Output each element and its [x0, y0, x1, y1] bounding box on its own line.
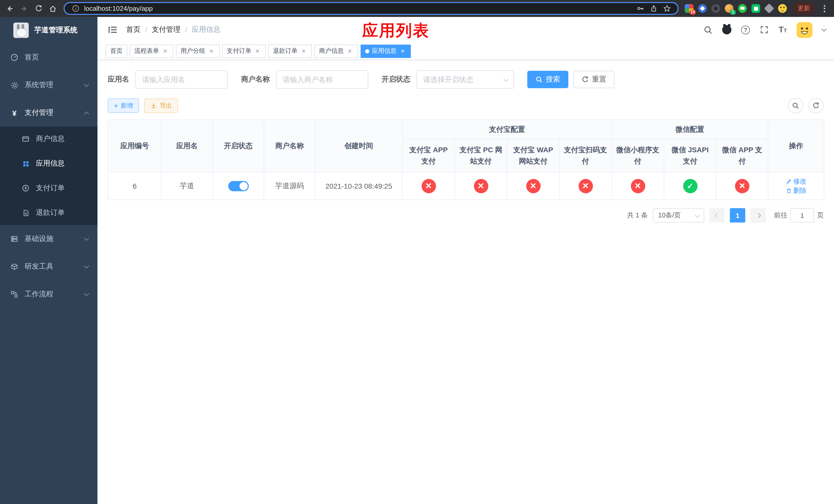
sidebar-item-workflow[interactable]: 工作流程: [0, 280, 97, 308]
extension-gem-icon[interactable]: [698, 4, 707, 13]
sidebar-collapse-icon[interactable]: [108, 25, 118, 35]
prev-page-button[interactable]: [709, 208, 725, 223]
extension-chat-icon[interactable]: [751, 4, 760, 13]
card-icon: [22, 135, 30, 143]
sidebar-item-label: 系统管理: [25, 81, 53, 90]
refresh-table-button[interactable]: [808, 98, 824, 113]
page-size-select[interactable]: 10条/页: [653, 208, 704, 223]
app-name-input[interactable]: [135, 70, 228, 89]
sidebar-item-dev-tools[interactable]: 研发工具: [0, 253, 97, 280]
toggle-search-button[interactable]: [788, 98, 803, 113]
active-tab-dot: [365, 49, 369, 53]
sidebar-item-payment[interactable]: 支付管理: [0, 99, 97, 127]
extension-avatar-icon[interactable]: 1: [725, 4, 733, 13]
chevron-down-icon: [84, 235, 89, 241]
search-icon[interactable]: [703, 25, 712, 35]
sidebar-item-home[interactable]: 首页: [0, 44, 97, 71]
github-icon[interactable]: [722, 25, 731, 35]
site-info-icon[interactable]: [71, 4, 80, 13]
tab-close-icon[interactable]: [161, 47, 169, 54]
tab-user-group[interactable]: 用户分组: [176, 44, 220, 58]
user-avatar[interactable]: [796, 22, 812, 38]
table-row: 6 芋道 芋道源码 2021-10-23 08:49:25: [108, 172, 824, 200]
tab-close-icon[interactable]: [300, 47, 307, 54]
browser-update-button[interactable]: 更新: [792, 2, 815, 15]
extensions-puzzle-icon[interactable]: [764, 3, 774, 13]
breadcrumb-current: 应用信息: [192, 25, 221, 35]
browser-profile-avatar[interactable]: [778, 4, 787, 13]
col-create-time: 创建时间: [315, 120, 402, 172]
yen-icon: [10, 109, 19, 117]
delete-button[interactable]: 删除: [786, 186, 807, 195]
help-icon[interactable]: [741, 25, 750, 34]
extension-grid-icon[interactable]: 10: [685, 4, 694, 13]
sidebar-item-system[interactable]: 系统管理: [0, 71, 97, 99]
tab-process-form[interactable]: 流程表单: [130, 44, 173, 58]
extension-badge-count: 1: [730, 10, 736, 15]
tab-close-icon[interactable]: [254, 47, 261, 54]
export-button[interactable]: 导出: [144, 98, 178, 113]
fullscreen-icon[interactable]: [760, 25, 769, 35]
sidebar-item-pay-order[interactable]: 支付订单: [0, 176, 97, 201]
browser-menu-icon[interactable]: [820, 3, 829, 14]
tab-pay-order[interactable]: 支付订单: [222, 44, 266, 58]
next-page-button[interactable]: [750, 208, 766, 223]
app-logo: [13, 23, 29, 38]
goto-page-input[interactable]: [790, 208, 814, 223]
tab-refund-order[interactable]: 退款订单: [268, 44, 312, 58]
search-button[interactable]: 搜索: [527, 71, 568, 88]
page-number-1[interactable]: 1: [730, 208, 745, 223]
grid-icon: [22, 159, 30, 168]
page-size-value: 10条/页: [658, 211, 681, 220]
cell-wx-lite: [612, 172, 664, 200]
screen: localhost:1024/pay/app 10 1: [0, 0, 834, 504]
extension-wechat-icon[interactable]: [738, 4, 747, 13]
status-icon-alipay-qr: [578, 179, 593, 193]
pagination-total: 共 1 条: [627, 211, 648, 220]
tab-label: 应用信息: [372, 47, 396, 55]
tab-merchant-info[interactable]: 商户信息: [314, 44, 358, 58]
status-select-input[interactable]: [416, 70, 514, 89]
edit-button[interactable]: 修改: [786, 177, 807, 186]
breadcrumb-payment[interactable]: 支付管理: [152, 25, 180, 35]
tab-home[interactable]: 首页: [106, 44, 127, 58]
status-switch[interactable]: [228, 181, 248, 191]
search-button-label: 搜索: [546, 75, 560, 84]
tab-close-icon[interactable]: [208, 47, 215, 54]
address-bar[interactable]: localhost:1024/pay/app: [64, 2, 679, 15]
key-icon[interactable]: [636, 4, 645, 13]
sidebar-item-app-info[interactable]: 应用信息: [0, 151, 97, 176]
sidebar-item-refund-order[interactable]: 退款订单: [0, 201, 97, 225]
cell-app-name: 芋道: [161, 172, 213, 200]
tab-app-info[interactable]: 应用信息: [360, 44, 411, 58]
font-size-icon[interactable]: [778, 26, 787, 34]
home-icon[interactable]: [46, 2, 60, 15]
filter-label: 开启状态: [381, 75, 410, 84]
status-icon-alipay-pc: [474, 179, 488, 193]
goto-label: 前往: [774, 211, 787, 220]
sidebar-item-merchant-info[interactable]: 商户信息: [0, 127, 97, 151]
caret-down-icon[interactable]: [821, 26, 827, 31]
tab-close-icon[interactable]: [346, 47, 353, 54]
extension-dark-icon[interactable]: [711, 4, 720, 13]
status-select[interactable]: [416, 70, 514, 89]
reset-button[interactable]: 重置: [573, 71, 614, 88]
status-icon-wx-app: [735, 179, 749, 193]
forward-icon[interactable]: [18, 2, 31, 15]
sidebar-item-label: 退款订单: [36, 208, 65, 217]
bookmark-star-icon[interactable]: [662, 4, 672, 13]
server-icon: [10, 235, 19, 243]
add-button[interactable]: 新增: [108, 98, 139, 113]
sidebar-item-infra[interactable]: 基础设施: [0, 225, 97, 253]
chevron-down-icon: [84, 82, 89, 87]
app-logo-row[interactable]: 芋道管理系统: [0, 17, 97, 44]
cell-merchant: 芋道源码: [264, 172, 315, 200]
gear-icon: [10, 81, 19, 89]
merchant-name-input[interactable]: [276, 70, 368, 89]
back-icon[interactable]: [3, 2, 16, 15]
tab-close-icon[interactable]: [399, 47, 406, 54]
breadcrumb-home[interactable]: 首页: [126, 25, 140, 35]
refresh-icon[interactable]: [32, 2, 45, 15]
share-icon[interactable]: [649, 4, 658, 13]
add-button-label: 新增: [120, 101, 133, 110]
